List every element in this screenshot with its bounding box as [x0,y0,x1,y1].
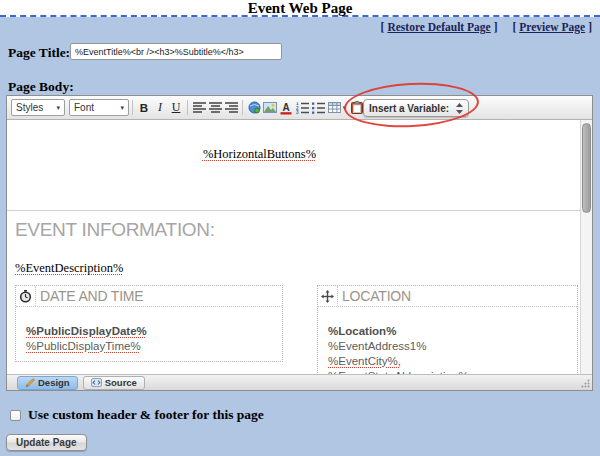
styles-dropdown-label: Styles [16,102,43,113]
bracket: ] [494,21,498,33]
restore-default-page-link-label: Restore Default Page [387,21,490,33]
link-button[interactable] [246,99,262,116]
tab-design-label: Design [38,377,70,388]
align-center-button[interactable] [207,99,223,116]
italic-button[interactable]: I [152,99,168,116]
pencil-icon [25,378,35,388]
page-title-input[interactable] [70,43,282,60]
event-information-heading: EVENT INFORMATION: [15,219,215,241]
unordered-list-icon [312,102,325,114]
custom-header-footer-checkbox[interactable] [10,410,21,421]
page-title-field-label: Page Title: [8,45,70,61]
date-time-body: %PublicDisplayDate% %PublicDisplayTime% [16,307,282,354]
location-body: %Location% %EventAddress1% %EventCity%, … [318,307,577,374]
page-title: Event Web Page [0,0,600,16]
rich-text-editor: Styles ▾ Font ▾ B I U [6,95,593,391]
align-left-button[interactable] [191,99,207,116]
tab-source[interactable]: Source [83,376,145,390]
move-icon [321,290,334,303]
font-color-button[interactable]: A [278,99,294,116]
image-icon [263,102,277,113]
ordered-list-icon: 123 [296,102,309,114]
styles-dropdown[interactable]: Styles ▾ [11,99,65,116]
bracket: [ [512,21,516,33]
bracket: ] [588,21,592,33]
public-display-date-token: %PublicDisplayDate% [26,324,147,339]
event-web-page-editor: Event Web Page [Restore Default Page] [P… [0,0,600,456]
clock-icon [19,290,32,303]
svg-text:3: 3 [296,110,299,114]
header-links: [Restore Default Page] [Preview Page] [381,21,592,33]
date-time-heading: DATE AND TIME [36,286,282,306]
custom-header-footer-row: Use custom header & footer for this page [10,407,264,423]
event-city-token: %EventCity%, [328,354,401,369]
stepper-icon [456,103,463,114]
location-token: %Location% [328,324,396,339]
align-left-icon [193,102,206,113]
align-center-icon [209,102,222,113]
chevron-down-icon: ▼ [342,105,348,111]
font-dropdown-label: Font [74,102,94,113]
unordered-list-button[interactable] [310,99,326,116]
date-time-header-row: DATE AND TIME [16,286,282,307]
editor-scrollbar[interactable] [580,120,592,374]
editor-canvas[interactable]: %HorizontalButtons% EVENT INFORMATION: %… [7,120,592,374]
align-right-icon [225,102,238,113]
bracket: [ [381,21,385,33]
resize-grip[interactable] [581,379,590,388]
preview-page-link[interactable]: [Preview Page] [512,21,592,33]
tab-design[interactable]: Design [17,376,78,390]
editor-scrollbar-thumb[interactable] [582,123,591,213]
svg-text:A: A [282,102,289,113]
public-display-time-token: %PublicDisplayTime% [26,339,141,354]
move-icon-cell[interactable] [318,286,338,306]
paste-icon [351,101,363,114]
font-color-icon: A [280,101,292,115]
tab-source-label: Source [105,377,137,388]
page-header: Event Web Page [0,0,600,17]
location-heading: LOCATION [338,286,577,306]
table-button[interactable]: ▼ [326,99,349,116]
link-icon [248,101,261,114]
editor-toolbar: Styles ▾ Font ▾ B I U [7,96,592,120]
underline-button[interactable]: U [168,99,184,116]
source-code-icon [91,378,102,387]
toolbar-separator [187,100,188,115]
chevron-down-icon: ▾ [56,104,60,112]
insert-variable-dropdown[interactable]: Insert a Variable: [363,99,469,117]
font-dropdown[interactable]: Font ▾ [69,99,129,116]
location-table: LOCATION %Location% %EventAddress1% %Eve… [317,285,578,374]
clock-icon-cell [16,286,36,306]
page-body-label: Page Body: [8,79,74,95]
update-page-button[interactable]: Update Page [6,434,87,451]
event-description-token: %EventDescription% [15,261,123,276]
event-address1-token: %EventAddress1% [328,339,426,354]
image-button[interactable] [262,99,278,116]
insert-variable-dropdown-label: Insert a Variable: [369,103,449,114]
align-right-button[interactable] [223,99,239,116]
bold-button[interactable]: B [136,99,152,116]
chevron-down-icon: ▾ [120,104,124,112]
horizontal-buttons-token: %HorizontalButtons% [7,147,512,162]
custom-header-footer-label[interactable]: Use custom header & footer for this page [28,407,264,423]
date-time-table: DATE AND TIME %PublicDisplayDate% %Publi… [15,285,283,362]
toolbar-separator [242,100,243,115]
editor-tab-bar: Design Source [7,374,592,390]
toolbar-separator [132,100,133,115]
table-icon [328,102,341,113]
restore-default-page-link[interactable]: [Restore Default Page] [381,21,498,33]
location-header-row: LOCATION [318,286,577,307]
table-cell-divider [7,210,580,211]
ordered-list-button[interactable]: 123 [294,99,310,116]
preview-page-link-label: Preview Page [519,21,585,33]
